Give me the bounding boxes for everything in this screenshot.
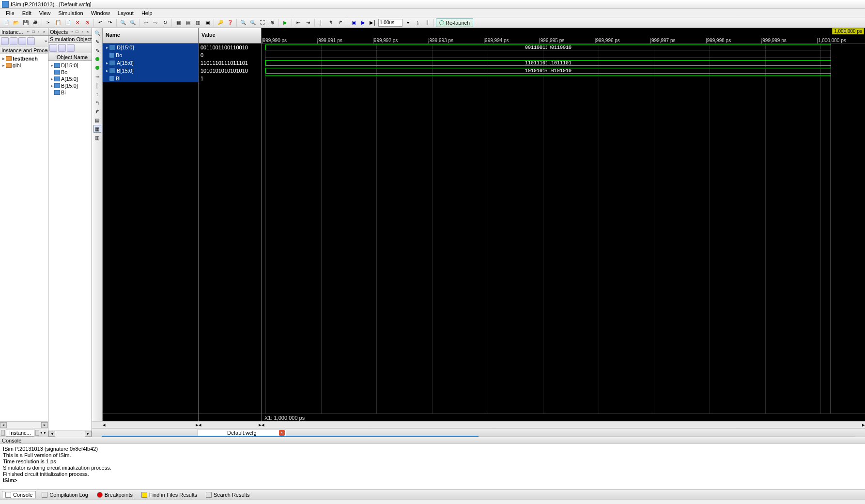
close-tab-icon[interactable]: × [279,430,285,436]
menu-layout[interactable]: Layout [114,10,138,16]
tab-search-results[interactable]: Search Results [203,491,253,498]
nexttr-icon[interactable]: ↱ [336,18,345,27]
scroll-left-icon[interactable]: ◂ [48,431,55,437]
tab-right-icon[interactable]: ▸ [44,430,47,435]
signal-value-row[interactable]: 0 [199,51,261,59]
cursor-line[interactable] [831,44,831,413]
signal-name-row[interactable]: Bo [103,51,198,59]
tab-instances[interactable]: Instanc... [6,429,34,437]
wave-tab-icon[interactable] [94,429,101,436]
wave-btn2-icon[interactable]: ✎ [93,46,101,54]
tab-breakpoints[interactable]: Breakpoints [94,491,136,498]
wave-next-icon[interactable]: ↱ [93,107,101,115]
print-icon[interactable]: 🖶 [31,18,40,27]
new-icon[interactable]: 📄 [2,18,11,27]
runfor-icon[interactable]: ▶│ [369,18,377,27]
object-row[interactable]: ▸A[15:0] [49,76,91,82]
object-row[interactable]: ▸D[15:0] [49,62,91,69]
zoomin-icon[interactable]: 🔍 [239,18,247,27]
scroll-right-icon[interactable]: ▸ [41,422,48,428]
dropdown-icon[interactable]: ▾ [403,18,412,27]
object-row[interactable]: Bo [49,69,91,76]
help-icon[interactable]: ❓ [226,18,234,27]
expand-icon[interactable]: ▸ [105,45,109,50]
pin-icon[interactable]: ↔ [69,30,74,34]
redo-icon[interactable]: ↷ [106,18,114,27]
expand-icon[interactable]: ▸ [49,76,54,81]
delete-icon[interactable]: ✕ [73,18,82,27]
tab-console[interactable]: Console [2,491,36,498]
wave-grp2-icon[interactable]: ▦ [93,125,101,133]
signal-value-row[interactable]: 0011001100110010 [199,44,261,51]
zoomout-icon[interactable]: 🔍 [248,18,257,27]
cut-icon[interactable]: ✂ [44,18,53,27]
relaunch-button[interactable]: Re-launch [436,18,473,27]
wave-grp1-icon[interactable]: ▤ [93,116,101,124]
instances-tree[interactable]: ▸ testbench ▸ glbl [0,54,48,421]
scroll-left-icon[interactable]: ◂ [262,422,264,428]
chevron-right-icon[interactable]: » [45,39,47,44]
signal-name-row[interactable]: ▸D[15:0] [103,44,198,51]
signal-name-row[interactable]: ▸A[15:0] [103,59,198,67]
pin-icon[interactable]: ↔ [26,30,31,34]
scroll-right-icon[interactable]: ▸ [862,422,865,428]
scroll-left-icon[interactable]: ◂ [199,422,201,428]
tab2-icon[interactable] [35,430,39,436]
name-header[interactable]: Name [103,28,198,44]
run-icon[interactable]: ▶ [359,18,368,27]
objects-tree[interactable]: ▸D[15:0] Bo ▸A[15:0] ▸B[15:0] Bi [48,61,92,430]
scroll-left-icon[interactable]: ◂ [103,422,106,428]
window3-icon[interactable]: ▥ [193,18,202,27]
wave-add2-icon[interactable] [93,64,101,72]
max-icon[interactable]: ▫ [36,30,41,34]
tab-default-wcfg[interactable]: Default.wcfg × [198,429,286,437]
objects-hscroll[interactable]: ◂ ▸ [48,430,92,437]
tab-icon[interactable] [1,430,5,436]
prevtr-icon[interactable]: ↰ [326,18,335,27]
paste-icon[interactable]: 📄 [63,18,72,27]
instances-hscroll[interactable]: ◂ ▸ [0,421,48,428]
signal-value-row[interactable]: 1 [199,75,261,82]
waveform-canvas[interactable]: 1,000,000 ps |999,990 ps|999,991 ps|999,… [262,28,865,421]
signal-name-row[interactable]: ▸B[15:0] [103,67,198,75]
restart-icon[interactable]: ▣ [349,18,358,27]
wave-prev-icon[interactable]: ↰ [93,99,101,107]
inst-btn1-icon[interactable] [1,37,9,45]
expand-icon[interactable]: ▸ [1,63,6,68]
stop-icon[interactable]: ⊘ [83,18,92,27]
wave-grp3-icon[interactable]: ▥ [93,134,101,141]
console-prompt[interactable]: ISim> [3,477,862,484]
refresh-icon[interactable]: ↻ [161,18,170,27]
pause-icon[interactable]: ‖ [423,18,432,27]
wave-zoom-icon[interactable]: 🔍 [93,29,101,37]
zoomfit-icon[interactable]: ⛶ [258,18,267,27]
inst-btn3-icon[interactable] [18,37,26,45]
goright-icon[interactable]: ⇥ [304,18,312,27]
window1-icon[interactable]: ▦ [174,18,183,27]
menu-window[interactable]: Window [87,10,114,16]
tree-item-testbench[interactable]: ▸ testbench [1,55,47,62]
back-icon[interactable]: ⇦ [141,18,150,27]
find2-icon[interactable]: 🔍 [128,18,137,27]
window2-icon[interactable]: ▤ [184,18,192,27]
wave-cursor-icon[interactable]: ↕ [93,90,101,98]
step-icon[interactable]: ⤵ [413,18,422,27]
menu-file[interactable]: File [2,10,18,16]
goto1-icon[interactable]: ▶ [281,18,290,27]
close-icon[interactable]: × [85,30,90,34]
waveform-signals[interactable]: 0011001100110010110111011101110110101010… [262,44,865,413]
menu-help[interactable]: Help [138,10,156,16]
value-header[interactable]: Value [199,28,261,44]
restore-icon[interactable]: □ [75,30,79,34]
tab-left-icon[interactable]: ◂ [40,430,43,435]
expand-icon[interactable]: ▸ [49,83,54,88]
zoomcur-icon[interactable]: ⊕ [268,18,277,27]
inst-btn2-icon[interactable] [10,37,17,45]
marker-icon[interactable]: │ [317,18,325,27]
undo-icon[interactable]: ↶ [96,18,105,27]
signal-name-row[interactable]: Bi [103,75,198,82]
expand-icon[interactable]: ▸ [49,63,54,68]
expand-icon[interactable]: ▸ [1,56,6,61]
max-icon[interactable]: ▫ [80,30,85,34]
obj-btn2-icon[interactable] [58,44,66,52]
